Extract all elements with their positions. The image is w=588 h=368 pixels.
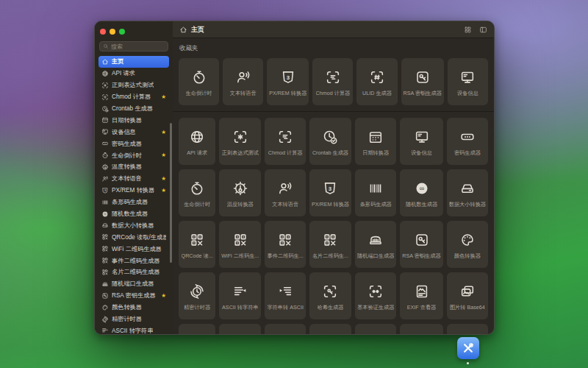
tool-tile[interactable]: 设备信息 <box>448 58 488 105</box>
css3-icon: 3 <box>280 69 296 85</box>
tool-tile[interactable]: ULID 生成器 <box>356 58 397 105</box>
sidebar-item[interactable]: 密码生成器 <box>98 138 169 149</box>
sidebar-toggle-icon[interactable] <box>479 26 487 34</box>
scan-lines-icon <box>277 129 293 145</box>
minimize-button[interactable] <box>110 29 115 35</box>
sidebar-item[interactable]: 数据大小转换器 <box>98 219 169 231</box>
tool-tile[interactable]: 颜色转换器 <box>447 221 488 268</box>
sidebar-item[interactable]: 温度转换器 <box>98 161 169 173</box>
zoom-button[interactable] <box>119 29 125 35</box>
sidebar-item[interactable]: 事件二维码生成器 <box>98 255 169 266</box>
tool-tile[interactable]: ∞随机数生成器 <box>400 169 442 216</box>
tool-tile[interactable]: 3PX/REM 转换器 <box>267 58 309 105</box>
tool-tile[interactable]: WiFi 二维码生... <box>219 221 261 268</box>
sidebar-item[interactable]: ∞随机数生成器 <box>98 208 169 220</box>
scan-hash-icon <box>369 69 385 85</box>
tool-tile[interactable]: 生命倒计时 <box>179 58 219 105</box>
tool-tile[interactable]: 3PX/REM 转换器 <box>309 169 351 216</box>
sidebar-item[interactable]: Chmod 计算器★ <box>98 91 169 103</box>
sidebar-item[interactable]: 随机端口生成器 <box>98 278 169 290</box>
tool-tile[interactable]: EXIF 查看器 <box>400 272 442 319</box>
sidebar-item[interactable]: 日期转换器 <box>98 114 169 126</box>
tool-tile[interactable]: QRCode 读... <box>179 221 215 268</box>
monitor-icon <box>459 69 476 85</box>
sidebar-item-label: 主页 <box>112 57 123 66</box>
tool-tile[interactable]: 正则表达式测试 <box>219 118 261 165</box>
tool-tile-label: 设备信息 <box>411 149 432 156</box>
tool-tile[interactable]: UN <box>355 324 396 334</box>
tool-tile[interactable]: 随机端口生成器 <box>355 221 396 268</box>
sidebar-item-label: 生命倒计时 <box>112 152 142 160</box>
tool-tile[interactable]: 温度转换器 <box>219 169 261 216</box>
tool-tile[interactable]: 密码生成器 <box>447 118 488 165</box>
sidebar-item[interactable]: 主页 <box>98 56 169 68</box>
tool-tile-label: 随机数生成器 <box>406 201 437 208</box>
password-icon <box>459 129 476 145</box>
tool-tile[interactable]: 基本验证生成器 <box>355 272 396 319</box>
tool-tile[interactable] <box>447 324 488 334</box>
window-controls <box>100 29 168 35</box>
tool-tile[interactable]: 文本转语音 <box>265 169 306 216</box>
tool-tile[interactable]: 日期转换器 <box>355 118 396 165</box>
tool-tile[interactable] <box>309 324 351 334</box>
sidebar-item[interactable]: 生命倒计时★ <box>98 149 169 161</box>
sidebar-item[interactable]: WiFi 二维码生成器 <box>98 243 169 255</box>
tool-tile[interactable]: Aa <box>400 324 442 334</box>
sidebar-item[interactable]: QRCode 读取/生成器 <box>98 231 169 243</box>
sidebar-scrollbar[interactable] <box>170 123 172 263</box>
tool-tile[interactable]: 精密计时器 <box>179 272 215 319</box>
grid-view-icon[interactable] <box>464 26 472 34</box>
favorite-star-icon: ★ <box>161 188 166 194</box>
qrcode-icon <box>101 245 109 252</box>
sidebar-item[interactable]: API 请求 <box>98 68 169 79</box>
sidebar-item[interactable]: 名片二维码生成器 <box>98 266 169 278</box>
tool-tile[interactable] <box>179 324 215 334</box>
tool-tile[interactable]: 图片转 Base64 <box>447 272 488 319</box>
tool-tile[interactable]: 文本转语音 <box>223 58 263 105</box>
tool-tile[interactable]: 字符串转 ASCII <box>265 272 306 319</box>
tool-tile-label: RSA 密钥生成器 <box>404 90 442 96</box>
tool-tile[interactable]: Chmod 计算器 <box>265 118 306 165</box>
favorite-star-icon: ★ <box>161 94 166 100</box>
sidebar-item-label: 随机数生成器 <box>112 210 148 218</box>
qrcode-icon <box>101 269 109 276</box>
tool-tile[interactable]: 名片二维码生... <box>309 221 351 268</box>
sidebar-item-label: Crontab 生成器 <box>112 105 153 113</box>
tool-tile[interactable]: 条形码生成器 <box>355 169 396 216</box>
sidebar-item-label: 数据大小转换器 <box>112 222 154 230</box>
tool-tile[interactable] <box>265 324 306 334</box>
tool-tile[interactable]: RSA 密钥生成器 <box>400 221 442 268</box>
sidebar-item[interactable]: RSA 密钥生成器★ <box>98 290 169 302</box>
search-input[interactable]: 搜索 <box>99 41 168 52</box>
tool-tile[interactable]: 事件二维码生... <box>265 221 306 268</box>
close-button[interactable] <box>100 29 106 35</box>
tool-tile[interactable]: 哈希生成器 <box>309 272 351 319</box>
dock-app-icon[interactable] <box>457 337 479 359</box>
tool-tile[interactable]: RSA 密钥生成器 <box>401 58 444 105</box>
tool-tile-label: 文本转语音 <box>272 201 298 208</box>
tool-tile-label: 温度转换器 <box>227 201 254 208</box>
tool-tile[interactable]: 设备信息 <box>400 118 442 165</box>
sidebar-item[interactable]: 文本转语音★ <box>98 173 169 185</box>
tool-tile[interactable]: API 请求 <box>179 118 215 165</box>
tool-tile-label: 日期转换器 <box>362 149 389 156</box>
sidebar-item[interactable]: 精密计时器 <box>98 314 169 325</box>
speech-icon <box>277 180 293 197</box>
key-icon <box>415 69 431 85</box>
sidebar-item[interactable]: 条形码生成器 <box>98 197 169 208</box>
svg-text:3: 3 <box>287 74 290 80</box>
tool-tile[interactable] <box>219 324 261 334</box>
tool-tile-label: 密码生成器 <box>454 149 481 156</box>
tool-tile[interactable]: 数据大小转换器 <box>447 169 488 216</box>
sidebar-item[interactable]: 颜色转换器 <box>98 302 169 314</box>
sidebar-item[interactable]: ASCII 转字符串 <box>98 325 169 334</box>
sidebar-item[interactable]: 正则表达式测试 <box>98 79 169 91</box>
sidebar-item[interactable]: 3PX/REM 转换器★ <box>98 185 169 197</box>
tool-tile[interactable]: 生命倒计时 <box>179 169 215 216</box>
sidebar-item-label: 密码生成器 <box>112 140 142 148</box>
tool-tile[interactable]: Crontab 生成器 <box>309 118 351 165</box>
sidebar-item[interactable]: Crontab 生成器 <box>98 103 169 115</box>
tool-tile[interactable]: ASCII 转字符串 <box>219 272 261 319</box>
sidebar-item[interactable]: 设备信息★ <box>98 126 169 138</box>
tool-tile[interactable]: Chmod 计算器 <box>312 58 353 105</box>
